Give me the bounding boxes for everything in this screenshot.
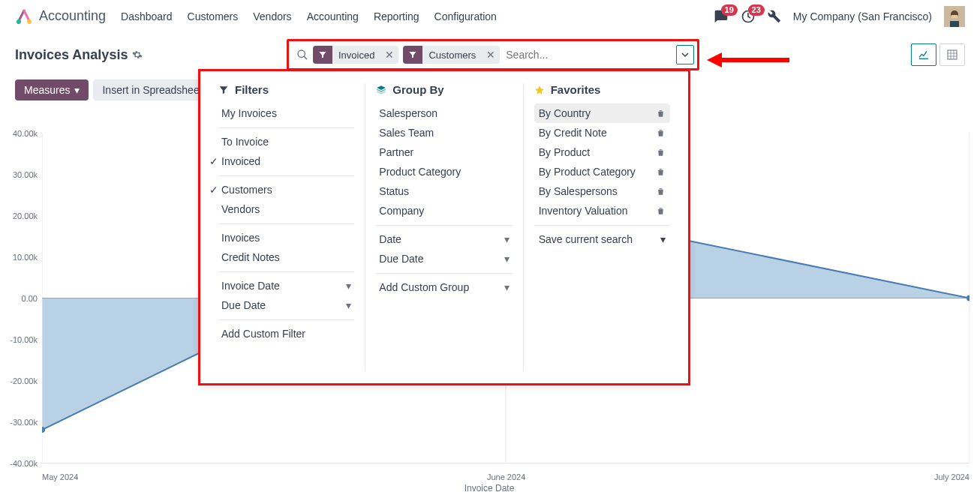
trash-icon[interactable] bbox=[656, 167, 666, 177]
chip-remove-customers[interactable]: ✕ bbox=[482, 49, 500, 61]
filter-item[interactable]: Credit Notes bbox=[218, 248, 354, 267]
top-navbar: Accounting Dashboard Customers Vendors A… bbox=[0, 0, 980, 33]
svg-point-9 bbox=[298, 50, 305, 57]
caret-down-icon: ▾ bbox=[660, 233, 666, 245]
filter-item[interactable]: Add Custom Filter bbox=[218, 320, 354, 344]
page-title: Invoices Analysis bbox=[15, 47, 143, 63]
groupby-item[interactable]: Company bbox=[376, 201, 512, 220]
nav-vendors[interactable]: Vendors bbox=[253, 10, 291, 22]
filter-item[interactable]: To Invoice bbox=[218, 128, 354, 152]
gear-icon[interactable] bbox=[132, 50, 143, 60]
trash-icon[interactable] bbox=[656, 109, 666, 118]
groupby-item[interactable]: Due Date▾ bbox=[376, 249, 512, 268]
app-name: Accounting bbox=[39, 8, 106, 24]
trash-icon[interactable] bbox=[656, 148, 666, 158]
filter-item[interactable]: Invoice Date▾ bbox=[218, 272, 354, 296]
nav-configuration[interactable]: Configuration bbox=[434, 10, 497, 22]
measures-button[interactable]: Measures ▾ bbox=[15, 80, 89, 100]
trash-icon[interactable] bbox=[656, 206, 666, 216]
avatar[interactable] bbox=[944, 6, 965, 27]
filter-chip-invoiced: Invoiced ✕ bbox=[313, 46, 398, 64]
messages-badge: 19 bbox=[721, 4, 738, 16]
activity-icon[interactable]: 23 bbox=[741, 9, 756, 24]
search-icon[interactable] bbox=[296, 49, 308, 61]
search-dropdown-toggle[interactable] bbox=[676, 45, 694, 64]
favorite-item[interactable]: Inventory Valuation bbox=[534, 201, 670, 220]
svg-marker-12 bbox=[707, 52, 722, 68]
view-graph-button[interactable] bbox=[911, 44, 936, 66]
filter-item[interactable]: My Invoices bbox=[218, 104, 354, 123]
filter-item[interactable]: Invoices bbox=[218, 224, 354, 248]
nav-customers[interactable]: Customers bbox=[188, 10, 239, 22]
view-pivot-button[interactable] bbox=[939, 44, 965, 66]
favorite-item[interactable]: By Product bbox=[534, 142, 670, 162]
svg-point-3 bbox=[27, 20, 32, 24]
nav-reporting[interactable]: Reporting bbox=[374, 10, 419, 22]
filter-item[interactable]: Due Date▾ bbox=[218, 296, 354, 315]
nav-menu: Dashboard Customers Vendors Accounting R… bbox=[121, 10, 497, 22]
favorite-item[interactable]: By Credit Note bbox=[534, 123, 670, 142]
layers-icon bbox=[376, 85, 386, 95]
tools-icon[interactable] bbox=[768, 10, 781, 23]
filter-chip-customers: Customers ✕ bbox=[403, 46, 500, 64]
company-name[interactable]: My Company (San Francisco) bbox=[793, 10, 932, 22]
filter-item[interactable]: ✓Invoiced bbox=[218, 152, 354, 171]
groupby-item[interactable]: Add Custom Group▾ bbox=[376, 273, 512, 297]
svg-point-2 bbox=[17, 20, 21, 24]
svg-line-10 bbox=[304, 56, 307, 59]
activity-badge: 23 bbox=[748, 4, 765, 16]
favorites-column: Favorites By CountryBy Credit NoteBy Pro… bbox=[523, 83, 681, 371]
annotation-arrow bbox=[707, 51, 789, 69]
filter-icon bbox=[403, 46, 422, 64]
filters-column: Filters My InvoicesTo Invoice✓Invoiced✓C… bbox=[208, 83, 365, 371]
favorite-item[interactable]: By Country bbox=[534, 104, 670, 123]
search-input[interactable] bbox=[500, 49, 676, 61]
groupby-item[interactable]: Sales Team bbox=[376, 123, 512, 142]
trash-icon[interactable] bbox=[656, 187, 666, 196]
groupby-item[interactable]: Partner bbox=[376, 142, 512, 162]
groupby-item[interactable]: Salesperson bbox=[376, 104, 512, 123]
messages-icon[interactable]: 19 bbox=[714, 9, 729, 24]
star-icon bbox=[534, 85, 545, 95]
groupby-column: Group By SalespersonSales TeamPartnerPro… bbox=[365, 83, 522, 371]
app-logo-icon bbox=[15, 8, 33, 26]
nav-dashboard[interactable]: Dashboard bbox=[121, 10, 173, 22]
groupby-item[interactable]: Product Category bbox=[376, 162, 512, 182]
svg-rect-7 bbox=[950, 21, 959, 27]
svg-point-24 bbox=[966, 296, 969, 302]
filter-item[interactable]: ✓Customers bbox=[218, 176, 354, 200]
trash-icon[interactable] bbox=[656, 128, 666, 138]
x-axis-label: Invoice Date bbox=[464, 483, 515, 494]
svg-rect-13 bbox=[948, 50, 957, 59]
search-box: Invoiced ✕ Customers ✕ bbox=[287, 39, 699, 70]
search-options-panel: Filters My InvoicesTo Invoice✓Invoiced✓C… bbox=[198, 69, 690, 386]
save-current-search[interactable]: Save current search ▾ bbox=[534, 225, 670, 249]
chip-remove-invoiced[interactable]: ✕ bbox=[380, 49, 398, 61]
filter-item[interactable]: Vendors bbox=[218, 200, 354, 219]
svg-rect-8 bbox=[951, 15, 957, 18]
favorite-item[interactable]: By Product Category bbox=[534, 162, 670, 182]
filter-icon bbox=[313, 46, 332, 64]
favorite-item[interactable]: By Salespersons bbox=[534, 182, 670, 201]
groupby-item[interactable]: Status bbox=[376, 182, 512, 201]
filter-icon bbox=[218, 85, 229, 95]
groupby-item[interactable]: Date▾ bbox=[376, 225, 512, 249]
nav-accounting[interactable]: Accounting bbox=[307, 10, 359, 22]
caret-down-icon: ▾ bbox=[74, 84, 80, 96]
insert-spreadsheet-button[interactable]: Insert in Spreadsheet bbox=[93, 80, 211, 100]
